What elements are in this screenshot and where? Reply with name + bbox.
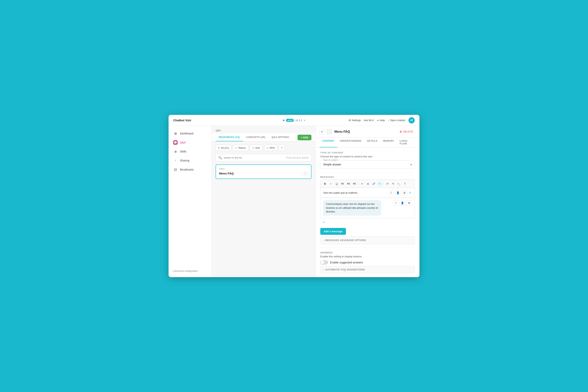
add-message-button[interactable]: Add a message [320,228,346,235]
toolbar-sep-1 [358,182,358,185]
message-2-reorder-icon[interactable]: ≡ [320,221,325,224]
add-filter-button[interactable]: + [279,145,285,151]
detail-panel: ✕ Menu FAQ 🗑 DELETE CONTENT UNDERSTANDIN… [316,126,420,277]
suggested-answers-toggle[interactable] [320,260,328,264]
env-badge[interactable]: prod [286,119,294,122]
auto-faq-section[interactable]: › AUTOMATIC FAQ SUGGESTIONS [320,266,415,273]
message-1-text[interactable]: Voici les sujets que je maitrise. [323,191,387,194]
help-link[interactable]: ∞ Help [377,119,385,122]
folder-icon-teams: □ [236,146,237,149]
h1-button[interactable]: H1 [340,181,345,186]
message-2-filter-button[interactable]: ▽ [393,200,398,206]
search-icon: 🔍 [218,156,222,160]
unordered-list-button[interactable]: ≡ [360,181,364,186]
code-button[interactable]: >_ [396,181,402,186]
sidebar-item-broadcasts[interactable]: ))) Broadcasts [170,166,210,174]
filter-vpn[interactable]: □ VPN [264,145,277,151]
advanced-config-link[interactable]: › Advanced configuration [168,268,212,274]
settings-link[interactable]: ⚙ Settings [348,119,361,122]
type-of-content-desc: Choose the type of content to send to th… [320,155,415,158]
open-chatbot-link[interactable]: ↑ Open chatbot [388,119,405,122]
type-of-content-section: TYPE OF CONTENT Choose the type of conte… [320,152,415,168]
app-title: Chatbot Vizir [173,118,191,122]
filter-vizir[interactable]: □ Vizir [250,145,263,151]
delete-button[interactable]: 🗑 DELETE [397,129,416,134]
folder-icon-vpn: □ [267,146,268,149]
message-1-wrap: Voici les sujets que je maitrise. ▽ 👤 🗑 … [320,188,415,198]
sidebar-item-dashboard[interactable]: ⊞ Dashboard [170,129,210,138]
message-1-delete-button[interactable]: 🗑 [402,190,407,196]
message-2-delete-button[interactable]: 🗑 [406,200,412,206]
app-window: Chatbot Vizir prod v1.1.1 ▾ ⚙ Settings t… [168,115,420,277]
message-2-user-button[interactable]: 👤 [400,200,405,206]
version-text: v1.1.1 [296,119,302,122]
content-type-select[interactable]: Simple answer Card Carousel Video Quick … [320,160,415,168]
answers-desc: Enable this setting to display buttons [320,255,415,258]
message-1-filter-button[interactable]: ▽ [388,190,394,196]
messages-advanced-options[interactable]: › MESSAGES ADVANCED OPTIONS [320,236,415,244]
text-button[interactable]: T [402,181,408,186]
tab-details[interactable]: DETAILS [364,138,380,148]
tab-logic-flow[interactable]: LOGIC FLOW [397,138,416,148]
version-chevron-icon[interactable]: ▾ [304,119,305,122]
message-2-actions: ▽ 👤 🗑 [393,199,412,206]
message-1-row: Voici les sujets que je maitrise. ▽ 👤 🗑 … [320,188,414,198]
detail-header: ✕ Menu FAQ 🗑 DELETE [316,126,420,138]
message-2-row: Communiquez avec moi en cliquant sur les… [320,198,415,218]
suggested-answers-label: Enable suggested answers [330,261,363,264]
detail-body: TYPE OF CONTENT Choose the type of conte… [316,148,420,277]
sidebar-item-skills[interactable]: ⊛ Skills [170,148,210,156]
close-button[interactable]: ✕ [320,129,324,134]
sidebar-item-sharing[interactable]: ↑ Sharing [170,156,210,165]
sidebar-item-qa[interactable]: 💬 Q&A [170,138,210,146]
qa-list-item[interactable]: menu Menu FAQ □ [216,164,312,179]
qa-item-collapse-button[interactable]: □ [303,171,308,176]
edit-button[interactable]: ✏ [377,181,382,186]
qa-panel: Q&A RESOURCES (21) CONCEPTS (35) Q&A OPT… [212,126,316,277]
broadcasts-icon: ))) [173,168,178,172]
add-resource-button[interactable]: + ADD [298,135,312,140]
message-1-user-button[interactable]: 👤 [395,190,400,196]
tab-content[interactable]: CONTENT [320,138,337,148]
ordered-list-button[interactable]: ≣ [365,181,370,186]
advanced-chevron-icon: › [172,270,172,272]
detail-icon [327,129,332,134]
sidebar-label-sharing: Sharing [180,159,189,162]
folder-icon-vizir: □ [252,146,254,149]
topbar-center: prod v1.1.1 ▾ [283,119,305,122]
sidebar-label-skills: Skills [180,150,186,153]
redo-button[interactable]: ↻ [391,181,396,186]
help-icon: ∞ [377,119,379,122]
link-button[interactable]: 🔗 [371,181,376,186]
skills-icon: ⊛ [173,149,178,154]
message-2-bubble-wrap: Communiquez avec moi en cliquant sur les… [323,199,392,216]
h2-button[interactable]: H2 [346,181,351,186]
search-input[interactable] [224,156,284,159]
breadcrumb: Q&A [212,126,315,134]
tab-qa-options[interactable]: Q&A OPTIONS [268,134,292,141]
filter-all[interactable]: ≡ All (21) [216,145,232,151]
tab-memory[interactable]: MEMORY [380,138,397,148]
message-2-text[interactable]: Communiquez avec moi en cliquant sur les… [323,200,381,216]
message-2-reorder: ≡ [320,220,415,226]
underline-button[interactable]: U [334,181,339,186]
message-1-reorder-icon[interactable]: ≡ [408,191,412,194]
sharing-icon: ↑ [173,158,178,163]
avatar[interactable]: AT [408,117,415,124]
filter-teams[interactable]: □ Teams [233,145,248,151]
bold-button[interactable]: B [322,181,328,186]
qa-list: menu Menu FAQ □ [212,163,315,277]
open-chatbot-icon: ↑ [388,119,389,122]
tab-concepts[interactable]: CONCEPTS (35) [243,134,268,141]
nlu-link[interactable]: test NLU [364,119,374,122]
search-hint: Press the ⊞ to search [286,156,309,159]
tab-understanding[interactable]: UNDERSTANDING [337,138,364,148]
qa-item-title: Menu FAQ □ [219,171,308,176]
auto-faq-chevron-icon: › [323,268,324,271]
italic-button[interactable]: I [328,181,334,186]
tab-resources[interactable]: RESOURCES (21) [216,134,243,141]
dashboard-icon: ⊞ [173,131,178,136]
h3-button[interactable]: H3 [352,181,357,186]
content-type-label: Type of content [322,159,338,161]
undo-button[interactable]: ↺ [385,181,390,186]
